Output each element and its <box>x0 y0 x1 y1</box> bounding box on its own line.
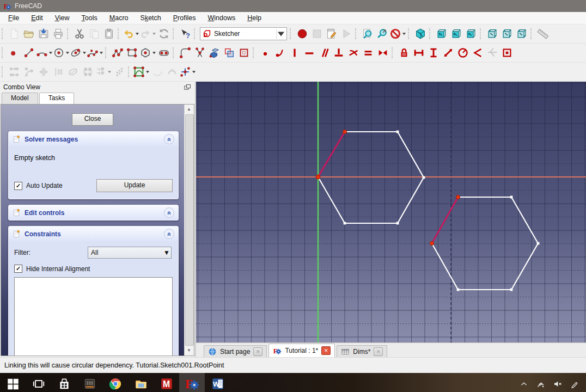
sketch-viewport[interactable] <box>196 82 586 342</box>
collapse-chevron-icon[interactable] <box>164 207 174 218</box>
constraint-parallel-button[interactable] <box>316 45 331 60</box>
open-button[interactable] <box>21 26 36 41</box>
file-explorer-button[interactable] <box>128 373 154 392</box>
bspline-degree-button[interactable] <box>133 64 150 79</box>
pen-icon[interactable] <box>570 379 579 389</box>
store-button[interactable] <box>51 373 77 392</box>
tab-model[interactable]: Model <box>2 93 38 104</box>
fit-all-button[interactable] <box>360 26 375 41</box>
collapse-chevron-icon[interactable] <box>164 229 174 239</box>
bspline-knot-multiplicity-button[interactable] <box>179 64 196 79</box>
create-bspline-button[interactable] <box>87 45 103 60</box>
constraint-vertical-button[interactable] <box>287 45 302 60</box>
view-left-button[interactable] <box>514 26 529 41</box>
fillet-button[interactable] <box>178 45 192 60</box>
float-panel-icon[interactable] <box>184 83 192 91</box>
view-axonometric-button[interactable] <box>413 26 428 41</box>
collapse-chevron-icon[interactable] <box>164 134 174 144</box>
chrome-button[interactable] <box>102 373 128 392</box>
constraint-horizontal-button[interactable] <box>302 45 316 60</box>
mdi-tab-start-page[interactable]: Start page✕ <box>204 345 267 357</box>
construction-mode-button[interactable] <box>236 45 251 60</box>
menu-view[interactable]: View <box>49 13 76 23</box>
constraint-list[interactable] <box>14 277 173 356</box>
create-arc-button[interactable] <box>36 45 53 60</box>
volume-muted-icon[interactable] <box>553 379 563 389</box>
constraint-radius-button[interactable] <box>455 45 470 60</box>
select-redundant-constraints-button[interactable] <box>36 64 51 79</box>
print-button[interactable] <box>51 26 65 41</box>
whats-this-button[interactable]: ? <box>178 26 192 41</box>
create-rectangle-button[interactable] <box>125 45 139 60</box>
constraint-horizontal-distance-button[interactable] <box>411 45 426 60</box>
auto-update-checkbox[interactable]: ✓ <box>14 182 22 190</box>
mdi-tab-tutorial-1[interactable]: FTutorial : 1*✕ <box>268 344 335 357</box>
menu-profiles[interactable]: Profiles <box>167 13 202 23</box>
create-conic-button[interactable] <box>70 45 87 60</box>
tab-tasks[interactable]: Tasks <box>39 93 75 104</box>
start-button[interactable] <box>0 373 26 392</box>
bspline-control-polygon-button[interactable] <box>150 64 164 79</box>
close-tab-button[interactable]: ✕ <box>253 347 263 356</box>
draw-style-button[interactable] <box>389 26 406 41</box>
constraint-lock-button[interactable] <box>396 45 411 60</box>
scrollbar-thumb[interactable] <box>185 114 194 346</box>
carbon-copy-button[interactable] <box>222 45 236 60</box>
constraint-coincident-button[interactable] <box>258 45 272 60</box>
workbench-selector[interactable]: Sketcher <box>200 27 287 40</box>
word-button[interactable]: W <box>205 373 230 392</box>
freecad-button[interactable]: F <box>179 373 205 392</box>
menu-tools[interactable]: Tools <box>76 13 103 23</box>
create-polyline-button[interactable] <box>110 45 125 60</box>
trim-edge-button[interactable] <box>192 45 207 60</box>
refresh-button[interactable] <box>156 26 171 41</box>
macro-play-button[interactable] <box>339 26 353 41</box>
constraint-tangent-button[interactable] <box>346 45 361 60</box>
app-grid-button[interactable] <box>77 373 102 392</box>
view-bottom-button[interactable] <box>499 26 514 41</box>
create-circle-button[interactable] <box>53 45 70 60</box>
scroll-up-icon[interactable]: ▲ <box>185 106 193 113</box>
panel-scrollbar[interactable]: ▲ ▼ <box>184 105 194 356</box>
view-right-button[interactable] <box>463 26 478 41</box>
constraint-vertical-distance-button[interactable] <box>426 45 441 60</box>
clone-button[interactable] <box>95 64 112 79</box>
update-button[interactable]: Update <box>96 179 173 192</box>
constraint-point-on-object-button[interactable] <box>272 45 287 60</box>
restore-internal-geometry-button[interactable] <box>80 64 95 79</box>
select-conflicting-constraints-button[interactable] <box>51 64 65 79</box>
redo-button[interactable] <box>139 26 156 41</box>
constraint-filter-select[interactable]: All ▼ <box>88 247 172 259</box>
menu-edit[interactable]: Edit <box>25 13 49 23</box>
macro-record-button[interactable] <box>295 26 309 41</box>
tray-expand-button[interactable] <box>519 379 529 389</box>
constraint-equal-button[interactable] <box>361 45 375 60</box>
save-button[interactable] <box>36 26 51 41</box>
new-document-button[interactable] <box>7 26 21 41</box>
menu-file[interactable]: File <box>2 13 25 23</box>
constraint-symmetric-button[interactable] <box>375 45 390 60</box>
menu-windows[interactable]: Windows <box>202 13 241 23</box>
activate-constraint-button[interactable] <box>21 64 36 79</box>
view-front-button[interactable] <box>434 26 449 41</box>
copy-array-button[interactable] <box>112 64 126 79</box>
undo-button[interactable] <box>123 26 139 41</box>
close-sketch-button[interactable]: Close <box>72 113 113 126</box>
create-point-button[interactable] <box>7 45 21 60</box>
cut-button[interactable] <box>72 26 87 41</box>
close-tab-button[interactable]: ✕ <box>321 346 331 355</box>
constraint-distance-button[interactable] <box>441 45 455 60</box>
external-geometry-button[interactable] <box>207 45 222 60</box>
menu-macro[interactable]: Macro <box>103 13 135 23</box>
create-polygon-button[interactable] <box>139 45 156 60</box>
scroll-down-icon[interactable]: ▼ <box>185 347 193 354</box>
view-rear-button[interactable] <box>485 26 499 41</box>
fit-selection-button[interactable] <box>375 26 389 41</box>
select-associated-elements-button[interactable] <box>65 64 80 79</box>
copy-button[interactable] <box>87 26 101 41</box>
hide-internal-alignment-checkbox[interactable]: ✓ <box>14 265 22 273</box>
network-icon[interactable] <box>536 379 546 389</box>
gmail-button[interactable]: M <box>154 373 179 392</box>
task-view-button[interactable] <box>26 373 51 392</box>
menu-help[interactable]: Help <box>241 13 267 23</box>
